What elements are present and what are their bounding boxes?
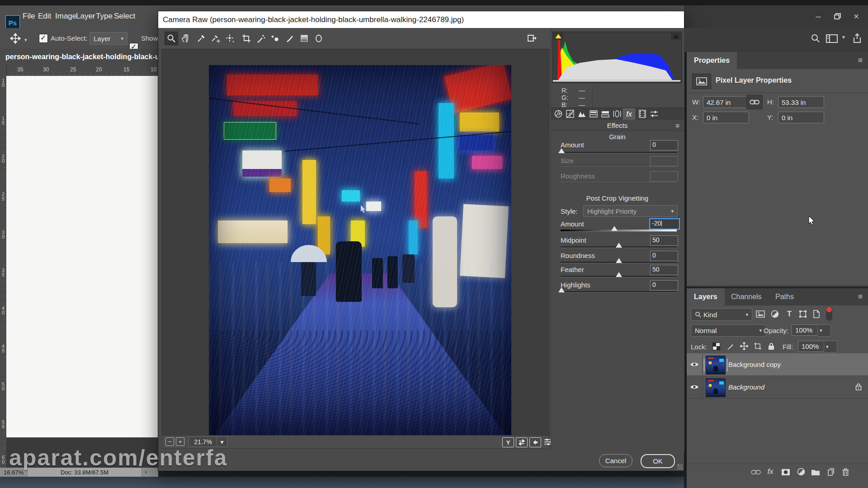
y-field[interactable]: 0 in [778, 112, 824, 123]
tab-properties[interactable]: Properties [687, 52, 737, 69]
pcv-feather-field[interactable]: 50 [650, 265, 678, 275]
filter-shape-layers-icon[interactable] [797, 309, 809, 319]
layer-visibility-toggle[interactable] [687, 353, 703, 375]
lock-pixels-icon[interactable] [725, 341, 736, 352]
delete-layer-icon[interactable] [840, 466, 851, 477]
red-eye-removal-tool[interactable] [269, 32, 282, 45]
auto-select-target-dropdown[interactable]: Layer▾ [90, 32, 127, 45]
pcv-midpoint-slider-handle[interactable] [616, 243, 622, 248]
blend-mode-dropdown[interactable]: Normal▾ [691, 324, 766, 337]
opacity-field[interactable]: 100% [792, 324, 821, 336]
x-field[interactable]: 0 in [703, 112, 749, 123]
grain-amount-slider-handle[interactable] [558, 148, 565, 153]
ok-button[interactable]: OK [641, 454, 675, 468]
highlight-clipping-warning[interactable] [671, 33, 681, 40]
hand-tool[interactable] [179, 32, 193, 45]
workspace-icon[interactable] [826, 34, 838, 43]
tab-tone-curve[interactable] [564, 108, 576, 119]
photo-preview[interactable] [209, 65, 511, 444]
pcv-roundness-slider[interactable] [561, 262, 677, 263]
add-mask-icon[interactable] [780, 467, 792, 478]
menu-type[interactable]: Type [96, 12, 113, 21]
tab-channels[interactable]: Channels [724, 288, 769, 305]
tab-hsl-grayscale[interactable] [588, 108, 599, 119]
fill-chevron[interactable]: ▾ [824, 341, 837, 353]
graduated-filter-tool[interactable] [297, 32, 311, 45]
lock-transparency-icon[interactable] [710, 341, 722, 352]
pcv-amount-slider[interactable] [561, 230, 677, 232]
menu-image[interactable]: Image [55, 12, 76, 21]
layer-thumbnail[interactable] [706, 378, 726, 397]
add-adjustment-layer-icon[interactable] [795, 466, 807, 477]
copy-settings-button[interactable] [529, 437, 541, 447]
tab-camera-calibration[interactable] [637, 108, 648, 119]
opacity-chevron[interactable]: ▾ [817, 324, 831, 337]
pcv-roundness-field[interactable]: 0 [650, 251, 678, 261]
grain-amount-slider[interactable] [561, 152, 677, 154]
close-button[interactable]: × [849, 9, 864, 23]
pcv-highlights-slider-handle[interactable] [558, 287, 565, 292]
document-tab[interactable]: person-wearing-black-jacket-holding-blac… [5, 53, 158, 61]
layer-row-background-copy[interactable]: Background copy [687, 353, 868, 376]
layer-visibility-toggle[interactable] [687, 376, 703, 398]
menu-file[interactable]: File [23, 12, 35, 21]
toggle-fullscreen-icon[interactable] [525, 32, 539, 45]
menu-edit[interactable]: Edit [38, 12, 51, 21]
histogram[interactable] [552, 32, 682, 83]
width-field[interactable]: 42.67 in [703, 96, 749, 108]
kind-filter-dropdown[interactable]: Kind ▾ [691, 308, 752, 321]
pcv-midpoint-slider[interactable] [561, 246, 677, 248]
new-group-icon[interactable] [810, 467, 821, 478]
layer-style-icon[interactable]: fx [764, 466, 776, 477]
pcv-amount-slider-handle[interactable] [611, 226, 618, 231]
adjustment-brush-tool[interactable] [283, 32, 297, 45]
workspace-chevron-icon[interactable]: ▾ [842, 34, 845, 40]
swap-before-after-button[interactable] [516, 437, 528, 447]
move-tool-chevron-icon[interactable]: ▾ [24, 37, 27, 43]
filter-smart-objects-icon[interactable] [811, 309, 822, 319]
filter-adjustment-layers-icon[interactable] [769, 309, 781, 319]
tab-lens-corrections[interactable] [611, 108, 623, 119]
link-dimensions-button[interactable] [746, 95, 763, 109]
tab-split-toning[interactable] [599, 108, 611, 119]
cancel-button[interactable]: Cancel [599, 454, 632, 467]
filter-toggle-switch[interactable] [826, 306, 832, 321]
layer-name[interactable]: Background [728, 383, 764, 391]
pcv-style-dropdown[interactable]: Highlight Priority▾ [583, 205, 678, 217]
pcv-midpoint-field[interactable]: 50 [650, 235, 678, 246]
before-after-toggle-button[interactable]: Y [502, 437, 514, 447]
height-field[interactable]: 53.33 in [778, 96, 824, 108]
layer-thumbnail[interactable] [706, 356, 726, 375]
dialog-resize-grip[interactable] [677, 464, 683, 469]
tab-basic[interactable] [552, 108, 564, 119]
color-sampler-tool[interactable] [209, 32, 222, 45]
move-tool-icon[interactable] [10, 33, 21, 44]
lock-all-icon[interactable] [765, 341, 777, 352]
auto-select-checkbox[interactable] [39, 34, 48, 43]
menu-select[interactable]: Select [114, 12, 135, 21]
shadow-clipping-warning[interactable] [553, 33, 563, 40]
tab-layers[interactable]: Layers [687, 288, 725, 305]
pcv-feather-slider[interactable] [561, 276, 677, 277]
restore-button[interactable] [830, 9, 845, 23]
new-layer-icon[interactable] [825, 466, 837, 477]
layer-row-background[interactable]: Background [687, 376, 868, 399]
layers-menu-icon[interactable]: ≡ [858, 292, 863, 301]
pcv-highlights-field[interactable]: 0 [650, 280, 678, 291]
show-transform-checkbox[interactable] [129, 43, 138, 49]
pcv-amount-field[interactable]: -20 [649, 218, 680, 230]
radial-filter-tool[interactable] [312, 32, 326, 45]
zoom-tool[interactable] [165, 32, 178, 45]
pcv-roundness-slider-handle[interactable] [616, 258, 622, 263]
camera-raw-titlebar[interactable]: Camera Raw (person-wearing-black-jacket-… [158, 11, 684, 28]
filter-pixel-layers-icon[interactable] [755, 309, 766, 319]
grain-amount-field[interactable]: 0 [650, 140, 678, 150]
pcv-highlights-slider[interactable] [561, 291, 677, 293]
filter-type-layers-icon[interactable]: T [783, 309, 795, 319]
layer-name[interactable]: Background copy [728, 361, 781, 368]
tab-paths[interactable]: Paths [768, 288, 801, 305]
minimize-button[interactable]: – [811, 9, 826, 23]
link-layers-icon[interactable] [750, 467, 762, 478]
search-icon[interactable] [811, 33, 821, 43]
tab-presets[interactable] [648, 108, 660, 119]
